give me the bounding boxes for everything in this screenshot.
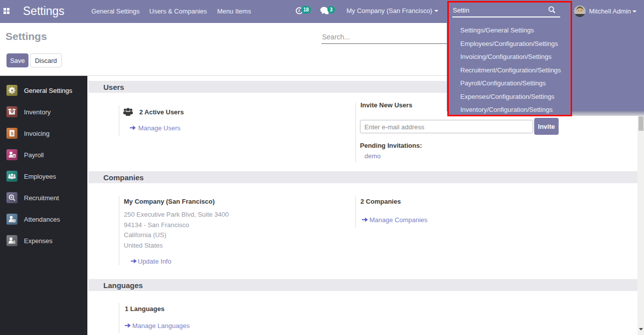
svg-text:$: $ xyxy=(10,131,13,136)
svg-text:$: $ xyxy=(13,240,15,245)
svg-text:$: $ xyxy=(13,155,15,158)
